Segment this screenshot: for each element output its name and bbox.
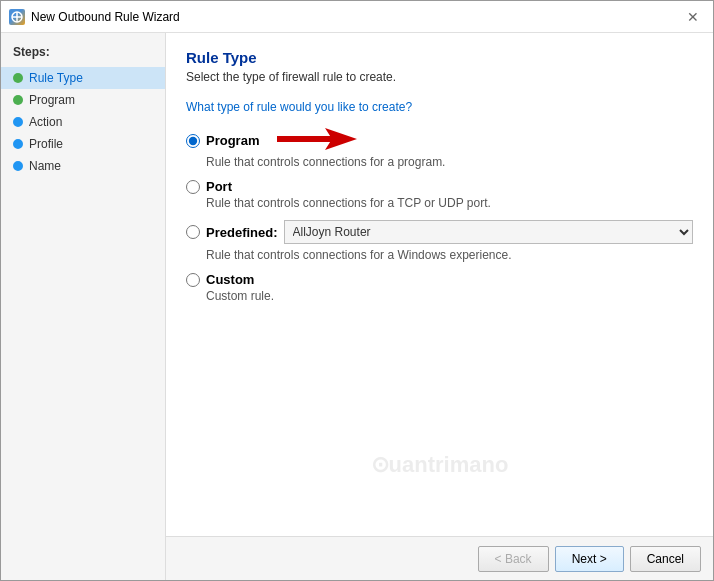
page-title: Rule Type (186, 49, 693, 66)
option-program: Program Rule that controls connections f… (186, 128, 693, 169)
step-dot-name (13, 161, 23, 171)
step-label-rule-type: Rule Type (29, 71, 83, 85)
option-program-label: Program (206, 133, 259, 148)
question-text: What type of rule would you like to crea… (186, 100, 693, 114)
step-label-profile: Profile (29, 137, 63, 151)
predefined-row: Predefined: AllJoyn Router (186, 220, 693, 244)
program-label-row: Program (206, 128, 357, 153)
option-custom-label: Custom (206, 272, 254, 287)
title-bar-left: New Outbound Rule Wizard (9, 9, 180, 25)
option-program-row: Program (186, 128, 693, 153)
radio-port[interactable] (186, 180, 200, 194)
sidebar-item-rule-type[interactable]: Rule Type (1, 67, 165, 89)
radio-predefined[interactable] (186, 225, 200, 239)
steps-label: Steps: (1, 45, 165, 67)
option-custom-row: Custom (186, 272, 693, 287)
window-icon (9, 9, 25, 25)
step-label-name: Name (29, 159, 61, 173)
option-predefined-desc: Rule that controls connections for a Win… (206, 248, 693, 262)
step-label-program: Program (29, 93, 75, 107)
window-title: New Outbound Rule Wizard (31, 10, 180, 24)
step-dot-rule-type (13, 73, 23, 83)
sidebar-item-name[interactable]: Name (1, 155, 165, 177)
option-predefined-label: Predefined: (206, 225, 278, 240)
radio-custom[interactable] (186, 273, 200, 287)
close-button[interactable]: ✕ (681, 5, 705, 29)
back-button[interactable]: < Back (478, 546, 549, 572)
page-subtitle: Select the type of firewall rule to crea… (186, 70, 693, 84)
title-bar: New Outbound Rule Wizard ✕ (1, 1, 713, 33)
option-custom: Custom Custom rule. (186, 272, 693, 303)
cancel-button[interactable]: Cancel (630, 546, 701, 572)
option-port-label: Port (206, 179, 232, 194)
option-port-desc: Rule that controls connections for a TCP… (206, 196, 693, 210)
option-program-desc: Rule that controls connections for a pro… (206, 155, 693, 169)
step-label-action: Action (29, 115, 62, 129)
option-predefined: Predefined: AllJoyn Router Rule that con… (186, 220, 693, 262)
wizard-window: New Outbound Rule Wizard ✕ Steps: Rule T… (0, 0, 714, 581)
svg-rect-4 (277, 136, 332, 142)
sidebar-item-program[interactable]: Program (1, 89, 165, 111)
sidebar-item-action[interactable]: Action (1, 111, 165, 133)
next-button[interactable]: Next > (555, 546, 624, 572)
sidebar-item-profile[interactable]: Profile (1, 133, 165, 155)
content-area: Steps: Rule Type Program Action Profile … (1, 33, 713, 580)
footer: < Back Next > Cancel (166, 536, 713, 580)
sidebar: Steps: Rule Type Program Action Profile … (1, 33, 166, 580)
red-arrow-annotation (267, 128, 357, 153)
option-port: Port Rule that controls connections for … (186, 179, 693, 210)
main-panel: Rule Type Select the type of firewall ru… (166, 33, 713, 482)
option-port-row: Port (186, 179, 693, 194)
radio-program[interactable] (186, 134, 200, 148)
step-dot-action (13, 117, 23, 127)
step-dot-program (13, 95, 23, 105)
main-wrapper: Rule Type Select the type of firewall ru… (166, 33, 713, 580)
option-custom-desc: Custom rule. (206, 289, 693, 303)
step-dot-profile (13, 139, 23, 149)
predefined-select[interactable]: AllJoyn Router (284, 220, 693, 244)
